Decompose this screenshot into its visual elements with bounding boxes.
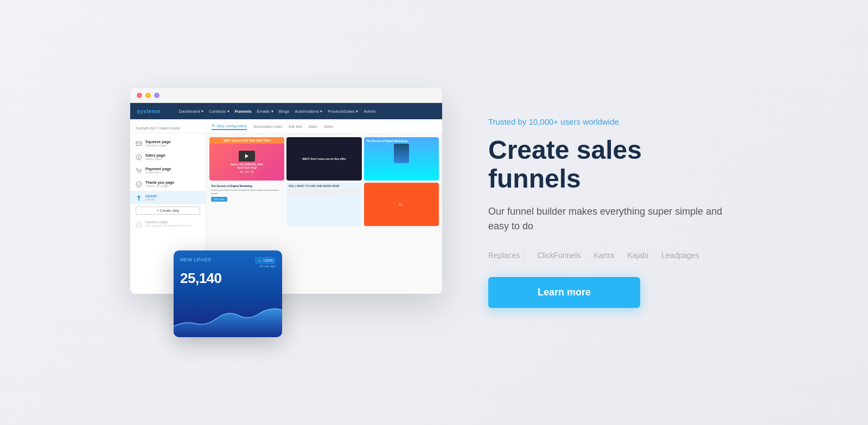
tabs-bar: ⚙ Step configuration Automation rules A/… (206, 119, 442, 134)
stats-badge: ▲ +15% (255, 257, 276, 264)
preview-stats-rows (288, 189, 360, 196)
preview-video-thumb (239, 151, 255, 162)
replaces-kajabi: Kajabi (627, 251, 648, 260)
sidebar-item-squeeze[interactable]: Squeeze page Squeeze page (130, 137, 206, 150)
play-icon (245, 154, 248, 158)
nav-item-blogs[interactable]: Blogs (279, 109, 290, 114)
nav-item-admin[interactable]: Admin (363, 109, 376, 114)
page-wrapper: systeme Dashboard ▾ Contacts ▾ Funnels E… (0, 0, 868, 425)
stats-card: NEW LEADS ▲ +15% 10 min ago 25,140 (174, 250, 282, 337)
tab-ab-test[interactable]: A/B test (289, 123, 302, 130)
sidebar-item-squeeze-texts: Squeeze page Squeeze page (145, 140, 171, 147)
preview-stats-row-2 (288, 191, 360, 194)
sidebar-item-sales-sub: Sales page (145, 157, 165, 160)
nav-item-dashboard[interactable]: Dashboard ▾ (179, 109, 203, 114)
preview-stats-row-1 (288, 189, 360, 191)
browser-mockup-container: systeme Dashboard ▾ Contacts ▾ Funnels E… (130, 88, 445, 337)
sidebar-item-upsell-sub: Upsell (145, 198, 157, 201)
sidebar-item-payment[interactable]: Payment page Order form (130, 164, 206, 177)
preview-card-orange: E... (364, 183, 439, 226)
tab-sales[interactable]: Sales (323, 123, 333, 130)
preview-orange-text: E... (398, 201, 405, 208)
preview-card-blue: The Secrets of Digital Marketing (364, 137, 439, 181)
sidebar-item-payment-title: Payment page (145, 167, 171, 171)
replaces-row: Replaces : ClickFunnels Kartra Kajabi Le… (488, 251, 738, 260)
preview-blue-img (394, 144, 409, 163)
inactive-title: Inactive page (145, 220, 192, 224)
app-nav: systeme Dashboard ▾ Contacts ▾ Funnels E… (130, 103, 442, 119)
svg-point-4 (140, 172, 141, 173)
main-heading: Create sales funnels (488, 136, 738, 194)
browser-titlebar (130, 88, 442, 103)
trusted-text: Trusted by 10,000+ users worldwide (488, 117, 738, 126)
sidebar-item-upsell[interactable]: Upsell Upsell (130, 191, 206, 204)
cart-icon (136, 168, 142, 174)
replaces-leadpages: Leadpages (661, 251, 699, 260)
nav-item-productsales[interactable]: Product/Sales ▾ (328, 109, 358, 114)
content-area: systeme Dashboard ▾ Contacts ▾ Funnels E… (108, 88, 760, 337)
dot-yellow (145, 93, 151, 98)
sidebar-item-thankyou-texts: Thank you page Thank you page (145, 181, 174, 188)
preview-grid: WAIT! Special ONE TIME ONLY Offer Hurry,… (206, 134, 442, 229)
sidebar-item-inactive-texts: Inactive page This page is displayed whe… (145, 220, 192, 227)
arrow-up-icon (136, 195, 142, 201)
preview-card-dark: WAIT! Don't miss out on this offer (286, 137, 361, 181)
app-logo: systeme (137, 108, 161, 114)
step-config-icon: ⚙ (212, 124, 215, 128)
nav-items: Dashboard ▾ Contacts ▾ Funnels Emails ▾ … (179, 109, 376, 114)
nav-item-funnels[interactable]: Funnels (235, 109, 252, 114)
preview-card-stats: YES, I WANT TO ADD ONE MORE NOW! (286, 183, 361, 226)
learn-more-button[interactable]: Learn more (488, 277, 640, 308)
svg-text:$: $ (138, 156, 140, 159)
sidebar-item-squeeze-title: Squeeze page (145, 140, 171, 144)
right-content: Trusted by 10,000+ users worldwide Creat… (488, 117, 738, 308)
stats-badge-container: ▲ +15% 10 min ago (255, 257, 276, 268)
sidebar-item-sales-texts: Sales page Sales page (145, 153, 165, 160)
sub-heading: Our funnel builder makes everything supe… (488, 204, 738, 234)
preview-white-title: The Secrets of Digital Marketing (211, 184, 283, 188)
stats-label: NEW LEADS (180, 257, 212, 262)
replaces-clickfunnels: ClickFunnels (537, 251, 580, 260)
dot-purple (154, 93, 159, 98)
stats-arrow-icon: ▲ (258, 258, 262, 263)
inactive-sub: This page is displayed when the (145, 224, 192, 227)
sidebar-item-sales-title: Sales page (145, 153, 165, 157)
stats-badge-time: 10 min ago (255, 265, 276, 268)
preview-dark-text: WAIT! Don't miss out on this offer (302, 157, 346, 161)
sidebar-item-thankyou-title: Thank you page (145, 181, 174, 184)
dollar-icon: $ (136, 154, 142, 160)
sidebar-item-thankyou-sub: Thank you page (145, 184, 174, 188)
replaces-kartra: Kartra (593, 251, 614, 260)
envelope-icon (136, 140, 142, 147)
tab-stats[interactable]: Stats (308, 123, 317, 130)
preview-sale-top: WAIT! Special ONE TIME ONLY Offer (209, 137, 284, 144)
ban-icon (136, 221, 142, 227)
svg-point-3 (138, 172, 139, 173)
preview-stats-row-3 (288, 194, 339, 196)
svg-rect-0 (136, 142, 142, 146)
sidebar-item-inactive: Inactive page This page is displayed whe… (130, 217, 206, 230)
stats-number: 25,140 (180, 270, 276, 287)
replaces-label: Replaces : (488, 251, 524, 260)
preview-sale-text: Hurry, this SPECIAL offerwon't last long… (231, 163, 263, 169)
stats-card-header: NEW LEADS ▲ +15% 10 min ago (180, 257, 276, 268)
preview-sale-body: Hurry, this SPECIAL offerwon't last long… (231, 144, 263, 181)
breadcrumb: Funnels list > Sales funnel (130, 124, 206, 133)
tab-step-configuration[interactable]: ⚙ Step configuration (212, 123, 247, 130)
preview-cta-mini: Get it now (211, 197, 227, 202)
add-step-button[interactable]: + Create step (136, 207, 200, 215)
sidebar-item-thankyou[interactable]: Thank you page Thank you page (130, 177, 206, 191)
sidebar-item-sales[interactable]: $ Sales page Sales page (130, 150, 206, 164)
sidebar-items: Squeeze page Squeeze page $ (130, 133, 206, 234)
preview-card-sale: WAIT! Special ONE TIME ONLY Offer Hurry,… (209, 137, 284, 181)
timer-display: 00 : 00 : 00 (240, 170, 254, 173)
sidebar-item-upsell-title: Upsell (145, 194, 157, 198)
nav-item-automations[interactable]: Automations ▾ (295, 109, 323, 114)
svg-point-5 (136, 182, 142, 187)
nav-item-emails[interactable]: Emails ▾ (257, 109, 273, 114)
sidebar-item-payment-texts: Payment page Order form (145, 167, 171, 174)
preview-blue-title: The Secrets of Digital Marketing (366, 139, 437, 143)
tab-automation-rules[interactable]: Automation rules (253, 123, 282, 130)
dot-red (137, 93, 142, 98)
nav-item-contacts[interactable]: Contacts ▾ (209, 109, 229, 114)
